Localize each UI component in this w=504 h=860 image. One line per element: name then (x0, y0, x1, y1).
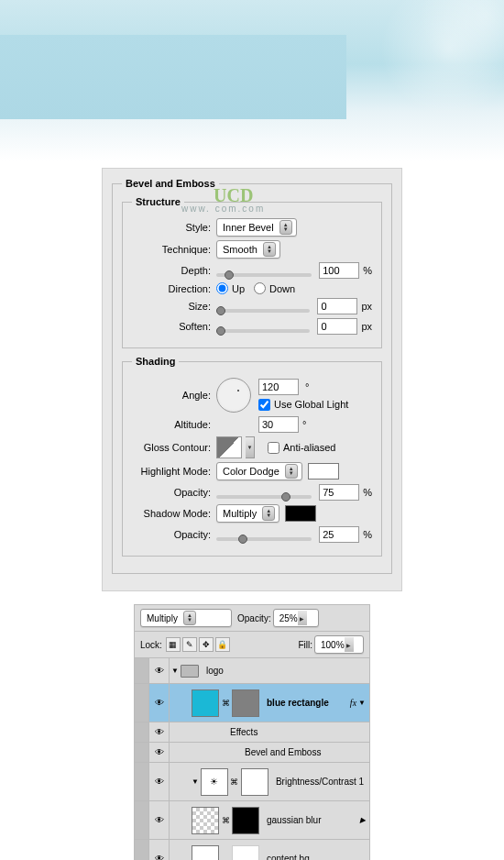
layer-name: Bevel and Emboss (239, 747, 369, 757)
shadow-mode-label: Shadow Mode: (132, 508, 216, 519)
chevron-right-icon: ▶ (360, 816, 366, 824)
layer-name: content bg (261, 854, 369, 860)
dropdown-icon: ▲▼ (263, 242, 276, 257)
blend-mode-value: Multiply (147, 613, 178, 623)
layer-mask-thumbnail (232, 807, 259, 834)
use-global-light-checkbox[interactable] (258, 399, 270, 411)
visibility-toggle[interactable]: 👁 (149, 658, 170, 683)
soften-input[interactable] (317, 318, 357, 335)
depth-label: Depth: (132, 265, 216, 276)
direction-label: Direction: (132, 283, 216, 294)
fill-label: Fill: (298, 640, 312, 650)
style-value: Inner Bevel (223, 222, 274, 233)
lock-all-icon[interactable]: 🔒 (215, 637, 230, 652)
fx-badge[interactable]: fx▼ (350, 698, 369, 708)
technique-value: Smooth (223, 244, 257, 255)
structure-legend: Structure (132, 196, 184, 207)
visibility-toggle[interactable]: 👁 (149, 743, 170, 762)
highlight-color-swatch[interactable] (308, 463, 339, 480)
gloss-contour-swatch[interactable] (216, 436, 242, 458)
shadow-opacity-slider[interactable] (216, 537, 312, 541)
highlight-mode-select[interactable]: Color Dodge ▲▼ (216, 462, 302, 480)
hero-background (0, 0, 504, 160)
chevron-down-icon: ▶ (345, 637, 354, 652)
layer-row[interactable]: 👁 ⌘ gaussian blur ▶ (135, 800, 369, 839)
shading-group: Shading Angle: ° Use Global Light Altitu (122, 356, 382, 557)
lock-transparency-icon[interactable]: ▦ (166, 637, 181, 652)
shading-legend: Shading (132, 356, 179, 367)
technique-select[interactable]: Smooth ▲▼ (216, 240, 280, 259)
opacity-select[interactable]: 25% ▶ (273, 609, 319, 627)
disclosure-icon[interactable]: ▼ (171, 667, 179, 675)
opacity-label: Opacity: (237, 613, 271, 623)
layer-row[interactable]: 👁 content bg (135, 839, 369, 860)
layer-name: Brightness/Contrast 1 (270, 777, 369, 787)
eye-icon: 👁 (155, 747, 164, 757)
highlight-opacity-slider[interactable] (216, 495, 312, 499)
gloss-contour-dropdown[interactable]: ▼ (246, 436, 255, 458)
altitude-input[interactable] (258, 416, 299, 433)
link-icon: ⌘ (221, 816, 230, 825)
depth-slider[interactable] (216, 273, 312, 277)
link-icon: ⌘ (221, 699, 230, 708)
layer-thumbnail (192, 845, 219, 861)
antialiased-label: Anti-aliased (283, 442, 335, 453)
visibility-toggle[interactable]: 👁 (149, 684, 170, 722)
shadow-opacity-unit: % (363, 529, 372, 540)
dropdown-icon: ▲▼ (279, 220, 292, 235)
fill-select[interactable]: 100% ▶ (314, 635, 364, 654)
altitude-label: Altitude: (132, 419, 216, 430)
soften-slider[interactable] (216, 329, 310, 333)
size-unit: px (361, 301, 372, 312)
lock-position-icon[interactable]: ✥ (199, 637, 214, 652)
fx-badge[interactable]: ▶ (358, 816, 369, 824)
highlight-opacity-input[interactable] (319, 484, 359, 501)
lock-pixels-icon[interactable]: ✎ (182, 637, 197, 652)
layer-row[interactable]: 👁 ▼ ☀ ⌘ Brightness/Contrast 1 (135, 762, 369, 800)
dropdown-icon: ▲▼ (285, 464, 298, 479)
disclosure-icon[interactable]: ▼ (192, 777, 199, 786)
shadow-color-swatch[interactable] (285, 505, 316, 522)
highlight-mode-value: Color Dodge (223, 466, 279, 477)
depth-unit: % (363, 265, 372, 276)
size-input[interactable] (317, 298, 357, 314)
visibility-toggle[interactable]: 👁 (149, 763, 170, 800)
layer-row-effects[interactable]: 👁 Effects (135, 722, 369, 742)
adjustment-thumbnail: ☀ (201, 768, 228, 796)
bevel-emboss-group: Bevel and Emboss UCD www. com.com Struct… (112, 178, 392, 574)
blue-rectangle-sample (0, 35, 346, 119)
style-select[interactable]: Inner Bevel ▲▼ (216, 218, 297, 237)
eye-icon: 👁 (155, 854, 164, 860)
layer-mask-thumbnail (241, 768, 268, 796)
shadow-opacity-label: Opacity: (132, 529, 216, 540)
dropdown-icon: ▲▼ (262, 506, 275, 521)
layer-row-selected[interactable]: 👁 ⌘ blue rectangle fx▼ (135, 683, 369, 722)
depth-input[interactable] (319, 262, 359, 279)
eye-icon: 👁 (155, 666, 164, 676)
opacity-value: 25% (279, 613, 298, 623)
angle-dial[interactable] (216, 378, 251, 413)
blend-mode-select[interactable]: Multiply ▲▼ (140, 609, 232, 627)
direction-up-radio[interactable] (216, 282, 228, 294)
angle-label: Angle: (132, 390, 216, 401)
visibility-toggle[interactable]: 👁 (149, 722, 170, 742)
altitude-unit: ° (302, 419, 306, 430)
eye-icon: 👁 (155, 815, 164, 825)
direction-up-label: Up (232, 283, 245, 294)
layer-row-group[interactable]: 👁 ▼ logo (135, 657, 369, 683)
layer-row-effect-item[interactable]: 👁 Bevel and Emboss (135, 742, 369, 762)
antialiased-checkbox[interactable] (268, 442, 279, 454)
visibility-toggle[interactable]: 👁 (149, 840, 170, 860)
layer-style-dialog: Bevel and Emboss UCD www. com.com Struct… (102, 168, 402, 591)
size-slider[interactable] (216, 309, 310, 313)
visibility-toggle[interactable]: 👁 (149, 801, 170, 839)
shadow-opacity-input[interactable] (319, 526, 359, 543)
direction-down-radio[interactable] (254, 282, 266, 294)
use-global-light-label: Use Global Light (274, 399, 348, 410)
layer-thumbnail (192, 689, 219, 717)
layer-thumbnail2 (232, 845, 259, 861)
chevron-down-icon: ▶ (298, 611, 307, 625)
angle-input[interactable] (258, 379, 299, 395)
soften-unit: px (361, 321, 372, 332)
shadow-mode-select[interactable]: Multiply ▲▼ (216, 504, 279, 523)
